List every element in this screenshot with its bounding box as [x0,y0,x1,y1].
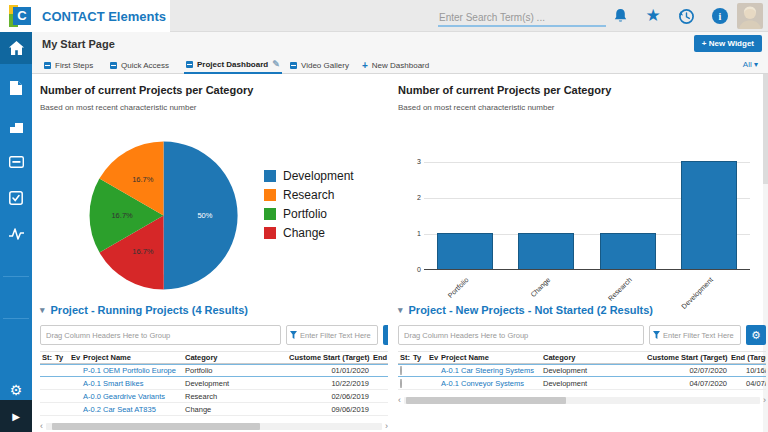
icon-cell: A-0.1 Car Steering Systems [439,366,541,375]
group-by-input[interactable] [398,325,644,345]
sidebar-item-activity[interactable] [0,218,32,250]
filter-box[interactable] [649,325,741,345]
table-row[interactable]: A-0.2 Car Seat AT835Change09/06/201903/1… [40,403,388,416]
column-header[interactable]: Ev [427,353,439,362]
scroll-right-icon[interactable]: › [385,422,388,430]
table-row[interactable]: P-0.1 OEM Portfolio EuropePortfolio01/01… [40,364,388,377]
tab-quick-access[interactable]: Quick Access [108,56,171,74]
column-header[interactable]: Category [183,353,287,362]
category-cell: Portfolio [183,366,287,375]
horizontal-scrollbar[interactable]: ‹ › [40,422,388,430]
legend-item: Change [264,223,354,242]
legend-label: Portfolio [283,207,327,221]
card-icon [9,156,24,168]
start-date-cell: 09/06/2019 [321,405,371,414]
column-header[interactable]: Ev [69,353,81,362]
logo-c-icon: C [13,7,31,25]
sidebar-item-tasks[interactable] [0,182,32,214]
legend-item: Research [264,185,354,204]
table-row[interactable]: A-0.1 Conveyor SystemsDevelopment04/07/2… [398,377,766,390]
project-link[interactable]: A-0.1 Car Steering Systems [441,366,534,375]
column-header[interactable]: Project Name [439,353,541,362]
column-header[interactable]: Customer [287,353,321,362]
table-row[interactable]: A-0.1 Car Steering SystemsDevelopment02/… [398,364,766,377]
sidebar-item-cards[interactable] [0,146,32,178]
legend-item: Portfolio [264,204,354,223]
sidebar-expand-button[interactable]: ▶ [0,400,32,432]
project-link[interactable]: A-0.2 Car Seat AT835 [83,405,156,414]
scrollbar-thumb[interactable] [406,397,566,404]
section-title-running[interactable]: ▾ Project - Running Projects (4 Results) [40,302,388,318]
project-link[interactable]: A-0.1 Smart Bikes [83,379,143,388]
history-icon[interactable] [676,6,696,26]
column-header[interactable]: Start (Target) [321,353,371,362]
pie-percent-label: 16.7% [132,247,154,256]
collapse-icon[interactable]: ▾ [398,305,403,315]
dashboard-icon [110,62,117,69]
column-header[interactable]: St: [398,353,411,362]
bar-chart: 0123PortfolioChangeResearchDevelopment [424,162,750,270]
table-settings-button[interactable]: ⚙ [746,325,766,345]
edit-pencil-icon[interactable]: ✎ [272,59,280,69]
column-header[interactable]: Category [541,353,645,362]
tab-project-dashboard[interactable]: Project Dashboard ✎ [184,56,282,74]
user-avatar[interactable] [737,3,763,29]
notifications-bell-icon[interactable] [610,6,630,26]
pie-chart-subtitle: Based on most recent characteristic numb… [40,103,197,112]
column-header[interactable]: Customer [645,353,679,362]
project-link[interactable]: A-0.0 Geardrive Variants [83,392,165,401]
tab-video-gallery[interactable]: Video Gallery [288,56,351,74]
collapse-icon[interactable]: ▾ [40,305,45,315]
bar-portfolio [437,233,493,269]
favorites-star-icon[interactable]: ★ [643,6,663,26]
status-icon [400,366,402,375]
project-link[interactable]: P-0.1 OEM Portfolio Europe [83,366,176,375]
group-by-input[interactable] [40,325,281,345]
table-row[interactable]: A-0.0 Geardrive VariantsResearch02/06/20… [40,390,388,403]
dashboard-icon [186,61,193,68]
horizontal-scrollbar[interactable]: ‹ › [398,396,766,404]
search-input[interactable] [438,10,606,27]
category-cell: Development [183,379,287,388]
scrollbar-track[interactable] [404,397,760,404]
sidebar-item-charts[interactable] [0,110,32,142]
end-date-cell: 09/17/ [371,379,388,388]
column-header[interactable]: Ty [53,353,69,362]
new-widget-button[interactable]: + New Widget [694,35,762,52]
sidebar-item-documents[interactable] [0,72,32,104]
filter-box[interactable] [286,325,378,345]
column-header[interactable]: End (Target) [729,353,766,362]
pie-chart: 50%16.7%16.7%16.7% [86,138,241,293]
scrollbar-thumb[interactable] [52,423,260,430]
column-header[interactable]: Ty [411,353,427,362]
column-header[interactable]: Project Name [81,353,183,362]
project-link[interactable]: A-0.1 Conveyor Systems [441,379,524,388]
scroll-right-icon[interactable]: › [763,396,766,404]
column-header[interactable]: St: [40,353,53,362]
scroll-left-icon[interactable]: ‹ [40,422,43,430]
tab-first-steps[interactable]: First Steps [42,56,95,74]
table-settings-button[interactable]: ⚙ [383,325,388,345]
legend-swatch [264,227,276,239]
bar-development [681,161,737,269]
column-header[interactable]: Start (Target) [679,353,729,362]
brand-zone: C CONTACT Elements [0,0,170,32]
global-search[interactable] [438,7,606,27]
filter-input[interactable] [663,331,737,340]
tab-new-dashboard[interactable]: + New Dashboard [360,56,431,74]
start-date-cell: 02/06/2019 [321,392,371,401]
scrollbar-track[interactable] [46,423,382,430]
y-tick-label: 3 [411,158,421,165]
page-header: My Start Page + New Widget [32,32,768,56]
sidebar-item-home[interactable] [0,32,32,64]
info-icon[interactable]: i [710,6,730,26]
legend-item: Development [264,166,354,185]
all-filter-dropdown[interactable]: All ▾ [743,60,758,69]
column-header[interactable]: End (Target) [371,353,388,362]
section-title-new[interactable]: ▾ Project - New Projects - Not Started (… [398,302,766,318]
x-tick-label: Portfolio [447,276,470,299]
table-row[interactable]: A-0.1 Smart BikesDevelopment10/22/201909… [40,377,388,390]
app-logo[interactable]: C [9,4,33,28]
filter-input[interactable] [300,331,374,340]
scroll-left-icon[interactable]: ‹ [398,396,401,404]
